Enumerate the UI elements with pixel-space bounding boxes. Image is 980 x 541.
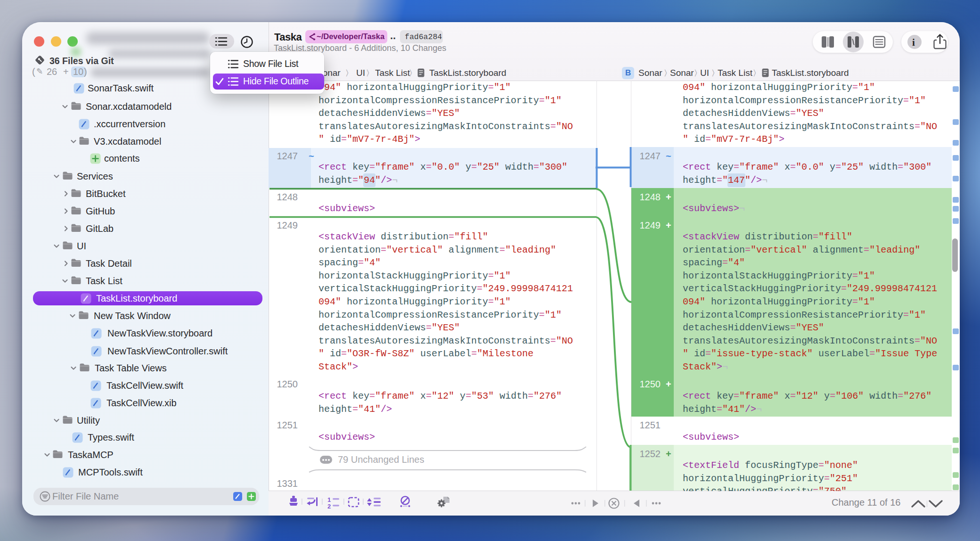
svg-text:2: 2: [327, 503, 331, 510]
svg-text:1: 1: [327, 496, 331, 503]
